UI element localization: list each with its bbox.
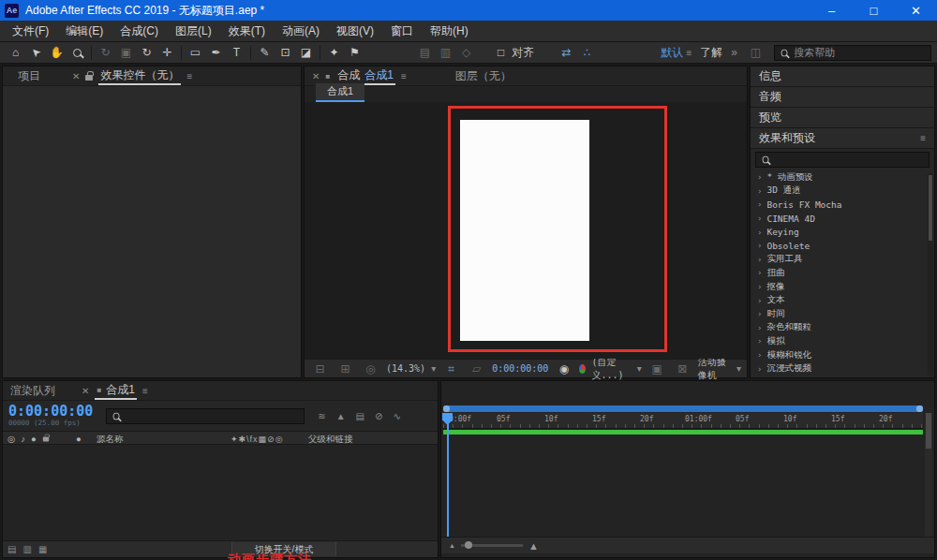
brush-tool-icon[interactable]: ✎ bbox=[255, 44, 275, 62]
audio-icon[interactable]: ♪ bbox=[21, 434, 25, 444]
tab-effect-controls[interactable]: 效果控件（无） bbox=[98, 66, 181, 85]
close-button[interactable]: ✕ bbox=[895, 0, 937, 21]
effects-search-input[interactable] bbox=[775, 155, 923, 166]
scrollbar-thumb[interactable] bbox=[926, 413, 931, 449]
category-boris-fx-mocha[interactable]: ›Boris FX Mocha bbox=[751, 198, 934, 212]
panel-audio[interactable]: 音频 bbox=[751, 87, 934, 108]
tab-close-icon[interactable]: ✕ bbox=[72, 71, 80, 81]
snap-option-icon-1[interactable]: ⇄ bbox=[557, 44, 576, 62]
category-keying[interactable]: ›Keying bbox=[751, 225, 934, 239]
graph-editor-icon[interactable]: ∿ bbox=[393, 411, 400, 421]
resolution-dropdown-icon[interactable]: ▾ bbox=[637, 363, 642, 374]
category-animation-presets[interactable]: ›* 动画预设 bbox=[751, 170, 934, 184]
current-timecode[interactable]: 0:00:00:00 bbox=[8, 405, 93, 420]
pan-behind-tool-icon[interactable]: ✛ bbox=[157, 44, 177, 62]
minimize-button[interactable]: – bbox=[811, 0, 853, 21]
category-noise-grain[interactable]: ›杂色和颗粒 bbox=[751, 321, 934, 335]
rotate-tool-icon[interactable]: ↻ bbox=[137, 44, 156, 62]
time-ruler[interactable]: 0:00f 05f 10f 15f 20f 01:00f 05f 10f 15f… bbox=[443, 413, 923, 429]
menu-edit[interactable]: 编辑(E) bbox=[57, 23, 112, 39]
category-blur-sharpen[interactable]: ›模糊和锐化 bbox=[751, 348, 934, 362]
panel-info[interactable]: 信息 bbox=[751, 66, 934, 87]
orbit-camera-tool-icon[interactable]: ↻ bbox=[96, 44, 115, 62]
menu-window[interactable]: 窗口 bbox=[382, 23, 422, 39]
tab-project[interactable]: 项目 bbox=[10, 68, 48, 84]
eraser-tool-icon[interactable]: ◪ bbox=[296, 44, 316, 62]
mask-visibility-icon[interactable]: ▱ bbox=[467, 360, 486, 377]
solo-icon[interactable]: ● bbox=[31, 434, 37, 444]
menu-view[interactable]: 视图(V) bbox=[328, 23, 382, 39]
category-time[interactable]: ›时间 bbox=[751, 307, 934, 321]
zoom-slider-knob[interactable] bbox=[465, 541, 472, 549]
tab-close-icon[interactable]: ✕ bbox=[82, 386, 89, 396]
time-navigator-bar[interactable] bbox=[443, 405, 923, 412]
always-preview-icon[interactable]: ⊟ bbox=[310, 360, 330, 377]
menu-effect[interactable]: 效果(T) bbox=[220, 23, 274, 39]
home-icon[interactable]: ⌂ bbox=[6, 44, 25, 62]
category-immersive-video[interactable]: ›沉浸式视频 bbox=[751, 361, 934, 376]
timeline-search-input[interactable] bbox=[126, 410, 299, 421]
viewer-tab-comp1[interactable]: 合成1 bbox=[316, 83, 364, 102]
lock-icon[interactable] bbox=[43, 437, 49, 442]
draft-3d-toggle-icon[interactable]: ▲ bbox=[336, 411, 346, 421]
puppet-pin-tool-icon[interactable]: ⚑ bbox=[345, 44, 364, 62]
hand-tool-icon[interactable]: ✋ bbox=[47, 44, 67, 62]
tab-composition[interactable]: 合成 合成1 bbox=[335, 66, 395, 85]
category-cinema-4d[interactable]: ›CINEMA 4D bbox=[751, 212, 934, 226]
type-tool-icon[interactable]: T bbox=[227, 44, 246, 62]
magnification-value[interactable]: (14.3%) bbox=[386, 363, 425, 374]
menu-layer[interactable]: 图层(L) bbox=[167, 23, 220, 39]
tab-close-icon[interactable]: ✕ bbox=[312, 71, 320, 81]
expand-pane-icon-2[interactable]: ▥ bbox=[22, 544, 31, 554]
workspace-overflow-icon[interactable]: » bbox=[731, 46, 737, 59]
magnification-dropdown-icon[interactable]: ▾ bbox=[431, 363, 436, 374]
scrollbar-thumb[interactable] bbox=[929, 175, 932, 241]
layer-list-area[interactable] bbox=[3, 445, 438, 540]
motion-blur-icon[interactable]: ⊘ bbox=[375, 411, 382, 421]
preview-timecode[interactable]: 0:00:00:00 bbox=[492, 363, 548, 374]
category-distort[interactable]: ›扭曲 bbox=[751, 266, 934, 280]
panel-menu-icon[interactable]: ≡ bbox=[186, 71, 192, 81]
pen-tool-icon[interactable]: ✒ bbox=[206, 44, 226, 62]
category-3d-channel[interactable]: ›3D 通道 bbox=[751, 184, 934, 199]
panel-menu-icon[interactable]: ≡ bbox=[401, 71, 407, 81]
tab-render-queue[interactable]: 渲染队列 bbox=[10, 383, 55, 399]
clone-stamp-tool-icon[interactable]: ⊡ bbox=[275, 44, 295, 62]
camera-dropdown-icon[interactable]: ▾ bbox=[736, 363, 741, 374]
workspace-learn-tab[interactable]: 了解 bbox=[700, 45, 722, 61]
mini-flowchart-icon[interactable]: ≋ bbox=[318, 411, 325, 421]
category-matte[interactable]: ›抠像 bbox=[751, 280, 934, 294]
workspace-panel-icon[interactable]: ◫ bbox=[746, 44, 766, 62]
eye-icon[interactable]: ◎ bbox=[7, 434, 15, 444]
shape-tool-icon[interactable]: ▭ bbox=[186, 44, 205, 62]
category-text[interactable]: ›文本 bbox=[751, 293, 934, 307]
panel-preview[interactable]: 预览 bbox=[751, 108, 934, 128]
maximize-button[interactable]: □ bbox=[853, 0, 895, 21]
menu-composition[interactable]: 合成(C) bbox=[112, 23, 167, 39]
current-time-block[interactable]: 0:00:00:00 00000 (25.00 fps) bbox=[8, 405, 93, 427]
selection-tool-icon[interactable]: ➤ bbox=[26, 44, 46, 62]
roto-brush-tool-icon[interactable]: ✦ bbox=[324, 44, 344, 62]
grid-guides-icon[interactable]: ⌗ bbox=[441, 360, 461, 377]
zoom-out-mountain-icon[interactable]: ▲ bbox=[449, 542, 455, 549]
main-comp-icon[interactable]: ⊞ bbox=[335, 360, 355, 377]
draft-3d-icon[interactable]: ◎ bbox=[361, 360, 380, 377]
snap-checkbox-icon[interactable]: □ bbox=[491, 44, 511, 62]
shy-layers-icon[interactable]: ▤ bbox=[356, 411, 364, 421]
panel-menu-icon[interactable]: ≡ bbox=[142, 386, 148, 396]
panel-effects-presets[interactable]: 效果和预设 ≡ bbox=[751, 128, 934, 149]
expand-pane-icon-1[interactable]: ▤ bbox=[7, 544, 16, 554]
snapshot-icon[interactable]: ◉ bbox=[554, 360, 573, 377]
region-of-interest-icon[interactable]: ▣ bbox=[647, 360, 667, 377]
category-obsolete[interactable]: ›Obsolete bbox=[751, 239, 934, 253]
tab-layer[interactable]: 图层（无） bbox=[455, 68, 512, 84]
transparency-grid-icon[interactable]: ⊠ bbox=[673, 360, 692, 377]
channel-color-icon[interactable] bbox=[579, 364, 586, 374]
timeline-vertical-scrollbar[interactable] bbox=[925, 413, 932, 537]
active-camera-value[interactable]: 活动摄像机 bbox=[698, 356, 731, 382]
workspace-default-tab[interactable]: 默认 ≡ bbox=[661, 45, 692, 61]
snap-option-icon-2[interactable]: ∴ bbox=[577, 44, 597, 62]
composition-viewer[interactable] bbox=[305, 102, 747, 359]
camera-tool-icon[interactable]: ▣ bbox=[116, 44, 136, 62]
menu-help[interactable]: 帮助(H) bbox=[422, 23, 477, 39]
